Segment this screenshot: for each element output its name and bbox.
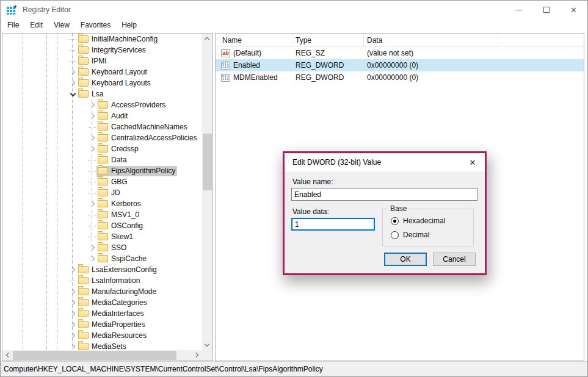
tree-item-IntegrityServices[interactable]: IntegrityServices <box>2 45 213 56</box>
folder-icon <box>78 310 89 317</box>
chevron-right-icon[interactable] <box>88 199 96 208</box>
tree-item-Kerberos[interactable]: Kerberos <box>2 198 213 209</box>
tree-item-AccessProviders[interactable]: AccessProviders <box>2 99 213 110</box>
column-header-data[interactable]: Data <box>364 34 498 46</box>
chevron-right-icon[interactable] <box>88 145 96 153</box>
value-name: Enabled <box>233 61 260 70</box>
column-header-type[interactable]: Type <box>292 34 364 46</box>
tree-item-MediaSets[interactable]: MediaSets <box>2 341 213 350</box>
tree-item-label: SspiCache <box>111 254 147 263</box>
value-row-Enabled[interactable]: 011110EnabledREG_DWORD0x00000000 (0) <box>216 59 584 71</box>
value-row-MDMEnabled[interactable]: 011110MDMEnabledREG_DWORD0x00000000 (0) <box>216 71 584 84</box>
tree-item-Skew1[interactable]: Skew1 <box>2 231 213 242</box>
tree-item-label: Audit <box>111 112 128 120</box>
tree-item-Data[interactable]: Data <box>2 154 213 165</box>
folder-icon <box>78 321 89 328</box>
minimize-button[interactable] <box>505 1 532 19</box>
chevron-right-icon[interactable] <box>68 342 77 350</box>
chevron-right-icon[interactable] <box>68 287 77 296</box>
tree-item-FipsAlgorithmPolicy[interactable]: FipsAlgorithmPolicy <box>2 165 213 176</box>
menu-help[interactable]: Help <box>116 19 142 32</box>
tree-item-OSConfig[interactable]: OSConfig <box>2 220 213 231</box>
scroll-up-button[interactable] <box>202 34 212 44</box>
chevron-down-icon[interactable] <box>68 90 77 98</box>
registry-tree: InitialMachineConfigIntegrityServicesIPM… <box>2 34 213 350</box>
chevron-right-icon[interactable] <box>68 320 77 329</box>
value-data-input[interactable] <box>291 218 375 231</box>
tree-connector <box>88 237 96 237</box>
chevron-right-icon[interactable] <box>68 309 77 318</box>
dialog-close-button[interactable]: ✕ <box>463 155 482 170</box>
tree-item-Audit[interactable]: Audit <box>2 110 213 121</box>
chevron-right-icon <box>194 353 198 357</box>
tree-connector <box>88 226 96 226</box>
close-button[interactable]: ✕ <box>560 1 587 19</box>
maximize-button[interactable] <box>532 1 560 19</box>
radio-decimal[interactable]: Decimal <box>391 231 429 239</box>
chevron-right-icon[interactable] <box>88 101 96 109</box>
chevron-left-icon <box>6 353 11 357</box>
scrollbar-thumb[interactable] <box>203 134 212 190</box>
chevron-right-icon[interactable] <box>88 254 96 263</box>
tree-item-label: LsaInformation <box>92 276 140 285</box>
title-bar: Registry Editor ✕ <box>1 1 587 19</box>
scrollbar-thumb[interactable] <box>13 351 176 360</box>
cancel-button[interactable]: Cancel <box>433 253 476 266</box>
scroll-down-button[interactable] <box>202 340 212 350</box>
tree-vertical-scrollbar[interactable] <box>202 34 212 350</box>
tree-item-MediaResources[interactable]: MediaResources <box>2 330 213 341</box>
tree-item-MediaCategories[interactable]: MediaCategories <box>2 297 213 308</box>
selected-key-path: Computer\HKEY_LOCAL_MACHINE\SYSTEM\Curre… <box>4 365 323 373</box>
chevron-right-icon[interactable] <box>68 79 77 87</box>
menu-favorites[interactable]: Favorites <box>75 19 116 32</box>
tree-item-label: CentralizedAccessPolicies <box>111 134 197 142</box>
scroll-right-button[interactable] <box>192 350 202 361</box>
radio-hexadecimal[interactable]: Hexadecimal <box>391 217 445 225</box>
value-row-Default[interactable]: ab(Default)REG_SZ(value not set) <box>216 47 584 59</box>
tree-item-SSO[interactable]: SSO <box>2 242 213 253</box>
close-icon: ✕ <box>570 6 577 14</box>
tree-item-label: Lsa <box>92 90 103 98</box>
chevron-right-icon[interactable] <box>68 331 77 340</box>
tree-item-Lsa[interactable]: Lsa <box>2 88 213 99</box>
tree-item-MSV1_0[interactable]: MSV1_0 <box>2 209 213 220</box>
tree-connector <box>88 193 96 193</box>
tree-item-JD[interactable]: JD <box>2 187 213 198</box>
chevron-right-icon[interactable] <box>88 134 96 142</box>
value-name-input[interactable] <box>291 188 477 201</box>
folder-icon <box>98 244 108 251</box>
tree-item-CentralizedAccessPolicies[interactable]: CentralizedAccessPolicies <box>2 132 213 143</box>
tree-item-CachedMachineNames[interactable]: CachedMachineNames <box>2 121 213 132</box>
tree-item-label: MediaResources <box>92 331 147 340</box>
chevron-right-icon[interactable] <box>88 112 96 120</box>
menu-edit[interactable]: Edit <box>24 19 48 32</box>
menu-file[interactable]: File <box>2 19 24 32</box>
tree-item-ManufacturingMode[interactable]: ManufacturingMode <box>2 286 213 297</box>
tree-item-LsaInformation[interactable]: LsaInformation <box>2 275 213 286</box>
tree-item-LsaExtensionConfig[interactable]: LsaExtensionConfig <box>2 264 213 275</box>
column-header-name[interactable]: Name <box>216 34 292 46</box>
radio-hexadecimal-label: Hexadecimal <box>403 217 445 225</box>
tree-connector <box>88 127 96 127</box>
tree-item-SspiCache[interactable]: SspiCache <box>2 253 213 264</box>
tree-item-label: GBG <box>111 178 128 186</box>
tree-item-GBG[interactable]: GBG <box>2 176 213 187</box>
tree-horizontal-scrollbar[interactable] <box>2 350 202 361</box>
chevron-right-icon[interactable] <box>68 265 77 274</box>
chevron-right-icon[interactable] <box>88 243 96 252</box>
tree-item-Keyboard Layout[interactable]: Keyboard Layout <box>2 66 213 77</box>
scroll-left-button[interactable] <box>2 350 13 361</box>
menu-view[interactable]: View <box>48 19 75 32</box>
tree-item-Keyboard Layouts[interactable]: Keyboard Layouts <box>2 77 213 88</box>
tree-item-Credssp[interactable]: Credssp <box>2 143 213 154</box>
chevron-right-icon[interactable] <box>68 68 77 76</box>
maximize-icon <box>543 7 550 13</box>
chevron-right-icon[interactable] <box>68 298 77 307</box>
tree-item-InitialMachineConfig[interactable]: InitialMachineConfig <box>2 34 213 45</box>
main-area: InitialMachineConfigIntegrityServicesIPM… <box>1 32 587 361</box>
tree-item-MediaInterfaces[interactable]: MediaInterfaces <box>2 308 213 319</box>
tree-item-MediaProperties[interactable]: MediaProperties <box>2 319 213 330</box>
ok-button[interactable]: OK <box>384 253 427 266</box>
tree-item-IPMI[interactable]: IPMI <box>2 56 213 66</box>
tree-connector <box>68 39 76 40</box>
